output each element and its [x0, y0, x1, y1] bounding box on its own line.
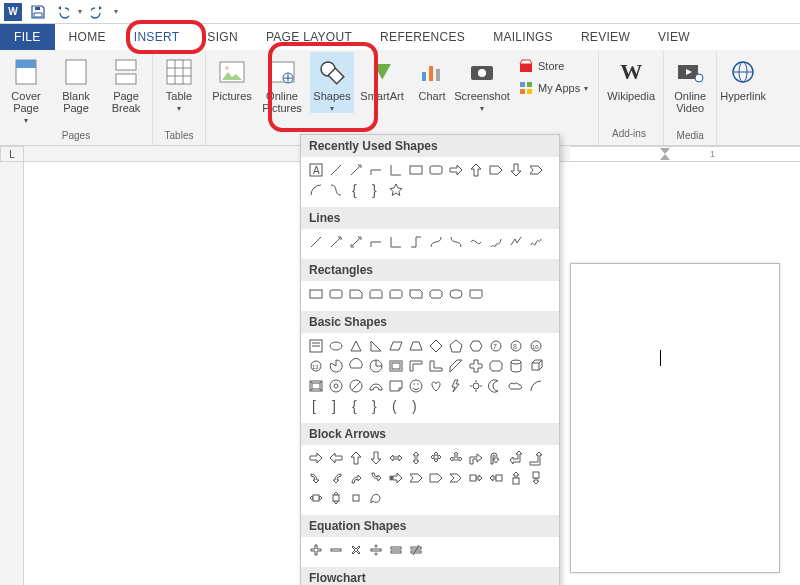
shape-b-parallelogram[interactable]: [387, 337, 405, 355]
shape-b-can[interactable]: [507, 357, 525, 375]
shape-r9[interactable]: [467, 285, 485, 303]
shape-r5[interactable]: [387, 285, 405, 303]
shape-b-heart[interactable]: [427, 377, 445, 395]
pictures-button[interactable]: Pictures: [210, 52, 254, 102]
shape-b-hexagon[interactable]: [467, 337, 485, 355]
shape-curve3[interactable]: [447, 233, 465, 251]
tab-file[interactable]: FILE: [0, 24, 55, 50]
shape-b-smiley[interactable]: [407, 377, 425, 395]
shape-freeform2[interactable]: [507, 233, 525, 251]
shape-arrow-down[interactable]: [507, 161, 525, 179]
wikipedia-button[interactable]: W Wikipedia: [603, 52, 659, 102]
shape-eq-minus[interactable]: [327, 541, 345, 559]
horizontal-ruler-doc[interactable]: 1: [570, 146, 800, 162]
shape-arrow-block[interactable]: [447, 161, 465, 179]
shapes-button[interactable]: Shapes ▾: [310, 52, 354, 113]
shape-line-arrow[interactable]: [347, 161, 365, 179]
shape-b-frame[interactable]: [387, 357, 405, 375]
shape-b-lightning[interactable]: [447, 377, 465, 395]
shape-b-pentagon[interactable]: [447, 337, 465, 355]
shape-ba-circular[interactable]: [367, 489, 385, 507]
blank-page-button[interactable]: Blank Page: [54, 52, 98, 114]
shape-eq-plus[interactable]: [307, 541, 325, 559]
shape-ba-pentagon2[interactable]: [427, 469, 445, 487]
tab-mailings[interactable]: MAILINGS: [479, 24, 567, 50]
shape-ba-callout-u[interactable]: [507, 469, 525, 487]
shape-textbox[interactable]: A: [307, 161, 325, 179]
tab-design[interactable]: SIGN: [193, 24, 252, 50]
tab-review[interactable]: REVIEW: [567, 24, 644, 50]
online-video-button[interactable]: Online Video: [668, 52, 712, 114]
page-break-button[interactable]: Page Break: [104, 52, 148, 114]
ruler-corner[interactable]: L: [0, 146, 24, 162]
shape-r1[interactable]: [307, 285, 325, 303]
indent-marker-icon[interactable]: [660, 148, 670, 160]
shape-eq-multiply[interactable]: [347, 541, 365, 559]
shape-curve[interactable]: [327, 181, 345, 199]
undo-dropdown-icon[interactable]: ▾: [78, 7, 82, 16]
shape-ba-callout-quad[interactable]: [347, 489, 365, 507]
tab-references[interactable]: REFERENCES: [366, 24, 479, 50]
shape-arrow-up[interactable]: [467, 161, 485, 179]
shape-eq-notequal[interactable]: [407, 541, 425, 559]
shape-b-dodecagon[interactable]: 12: [307, 357, 325, 375]
shape-brace-l[interactable]: {: [347, 181, 365, 199]
shape-curve4[interactable]: [467, 233, 485, 251]
online-pictures-button[interactable]: Online Pictures: [260, 52, 304, 114]
shape-brace-r[interactable]: }: [367, 181, 385, 199]
shape-r6[interactable]: [407, 285, 425, 303]
shape-b-diamond[interactable]: [427, 337, 445, 355]
shape-elbow[interactable]: [367, 161, 385, 179]
shape-ba-curvedright[interactable]: [307, 469, 325, 487]
shape-ba-down[interactable]: [367, 449, 385, 467]
shape-eq-equal[interactable]: [387, 541, 405, 559]
shape-b-rtriangle[interactable]: [367, 337, 385, 355]
shape-b-brace-l2[interactable]: {: [347, 397, 365, 415]
shape-ba-curvedleft[interactable]: [327, 469, 345, 487]
shape-ba-leftrightup[interactable]: [447, 449, 465, 467]
shape-b-textbox[interactable]: [307, 337, 325, 355]
shape-b-cube[interactable]: [527, 357, 545, 375]
shape-ba-callout-lr[interactable]: [307, 489, 325, 507]
shape-ba-left[interactable]: [327, 449, 345, 467]
shape-ba-chevron[interactable]: [447, 469, 465, 487]
shape-b-oval[interactable]: [327, 337, 345, 355]
shape-ba-bentup[interactable]: [527, 449, 545, 467]
shape-ba-right[interactable]: [307, 449, 325, 467]
shape-r2[interactable]: [327, 285, 345, 303]
shape-ba-leftright[interactable]: [387, 449, 405, 467]
table-button[interactable]: Table ▾: [157, 52, 201, 113]
tab-home[interactable]: HOME: [55, 24, 120, 50]
shape-double-arrow[interactable]: [347, 233, 365, 251]
shape-ba-callout-l[interactable]: [487, 469, 505, 487]
document-page[interactable]: [570, 263, 780, 573]
shape-rect[interactable]: [407, 161, 425, 179]
shape-ba-uturn[interactable]: [487, 449, 505, 467]
shape-b-triangle[interactable]: [347, 337, 365, 355]
shape-arrow-notch[interactable]: [527, 161, 545, 179]
shape-b-octagon[interactable]: 8: [507, 337, 525, 355]
shape-b-foldedcorner[interactable]: [387, 377, 405, 395]
shape-arc[interactable]: [307, 181, 325, 199]
shape-roundrect[interactable]: [427, 161, 445, 179]
shape-b-trapezoid[interactable]: [407, 337, 425, 355]
shape-eq-divide[interactable]: [367, 541, 385, 559]
shape-elbow5[interactable]: [407, 233, 425, 251]
qat-customize-icon[interactable]: ▾: [114, 7, 118, 16]
shape-r3[interactable]: [347, 285, 365, 303]
shape-b-diagstripe[interactable]: [447, 357, 465, 375]
shape-b-cross[interactable]: [467, 357, 485, 375]
screenshot-button[interactable]: Screenshot ▾: [460, 52, 504, 113]
redo-icon[interactable]: [90, 4, 106, 20]
shape-ba-leftup[interactable]: [507, 449, 525, 467]
shape-arrow-pentagon[interactable]: [487, 161, 505, 179]
shape-b-decagon[interactable]: 10: [527, 337, 545, 355]
shape-b-plaque[interactable]: [487, 357, 505, 375]
smartart-button[interactable]: SmartArt: [360, 52, 404, 102]
shape-b-paren-l[interactable]: (: [387, 397, 405, 415]
shape-b-lshape[interactable]: [427, 357, 445, 375]
tab-view[interactable]: VIEW: [644, 24, 704, 50]
shape-b-pie[interactable]: [327, 357, 345, 375]
shape-b-arc2[interactable]: [527, 377, 545, 395]
shape-b-noentry[interactable]: [347, 377, 365, 395]
